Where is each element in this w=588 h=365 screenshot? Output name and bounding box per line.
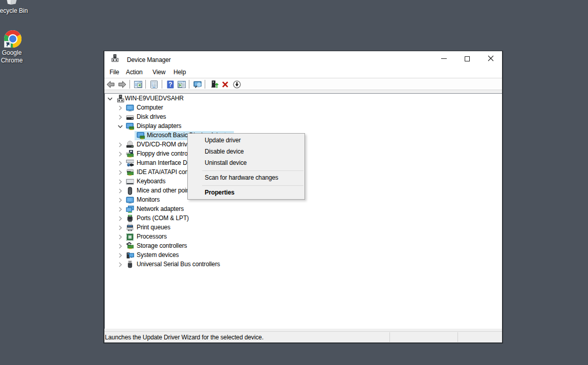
svg-text:?: ?	[168, 81, 172, 88]
